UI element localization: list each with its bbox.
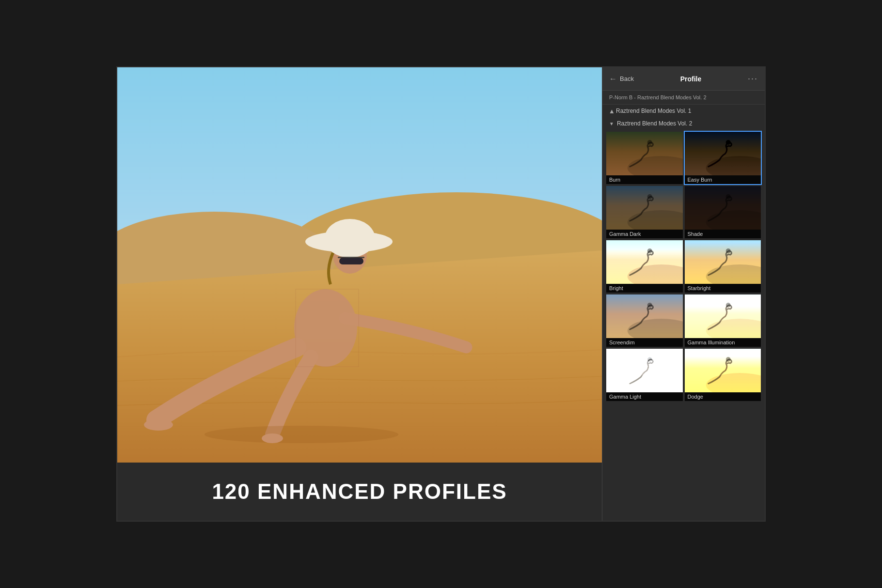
thumb-img-burn: [606, 132, 683, 175]
group2-label: Raztrend Blend Modes Vol. 2: [617, 120, 692, 127]
thumb-label-easy-burn: Easy Burn: [685, 175, 761, 184]
thumb-img-starbright: [685, 240, 761, 284]
thumb-label-starbright: Starbright: [685, 284, 761, 293]
thumb-card-screendim[interactable]: Screendim: [606, 294, 683, 347]
thumb-img-easy-burn: [685, 132, 761, 175]
more-options-button[interactable]: ···: [748, 74, 758, 84]
breadcrumb: P-Norm B - Raztrend Blend Modes Vol. 2: [602, 91, 765, 105]
group2-header[interactable]: ▼ Raztrend Blend Modes Vol. 2: [602, 117, 765, 130]
svg-point-27: [647, 303, 652, 308]
thumb-card-easy-burn[interactable]: Easy Burn: [685, 132, 761, 184]
svg-point-4: [294, 289, 357, 367]
thumb-label-bright: Bright: [606, 284, 683, 293]
back-arrow-icon: ←: [609, 75, 617, 83]
thumb-label-shade: Shade: [685, 230, 761, 238]
thumb-img-screendim: [606, 294, 683, 338]
thumb-label-gamma-light: Gamma Light: [606, 392, 683, 401]
svg-point-23: [647, 248, 652, 253]
thumb-label-gamma-illumination: Gamma Illumination: [685, 338, 761, 347]
group1-label: Raztrend Blend Modes Vol. 1: [616, 108, 691, 114]
svg-point-11: [205, 426, 398, 443]
svg-rect-8: [339, 258, 363, 264]
thumb-img-gamma-illumination: [685, 294, 761, 338]
right-panel: ← Back Profile ··· P-Norm B - Raztrend B…: [602, 67, 765, 521]
group2-arrow-icon: ▼: [609, 121, 614, 126]
thumb-card-gamma-dark[interactable]: Gamma Dark: [606, 186, 683, 238]
thumbnail-grid: BurnEasy BurnGamma DarkShadeBrightStarbr…: [606, 132, 761, 401]
group1-header[interactable]: ▶ Raztrend Blend Modes Vol. 1: [602, 105, 765, 117]
svg-point-33: [725, 357, 730, 362]
left-panel: 120 ENHANCED PROFILES: [117, 67, 602, 521]
svg-point-25: [725, 248, 730, 253]
thumb-label-screendim: Screendim: [606, 338, 683, 347]
caption-bar: 120 ENHANCED PROFILES: [117, 463, 602, 521]
svg-point-20: [706, 210, 761, 230]
svg-point-14: [628, 156, 683, 175]
thumb-card-starbright[interactable]: Starbright: [685, 240, 761, 293]
thumb-card-burn[interactable]: Burn: [606, 132, 683, 184]
main-preview-image: [117, 67, 602, 463]
thumb-img-bright: [606, 240, 683, 284]
svg-point-32: [706, 373, 761, 392]
svg-point-31: [647, 357, 652, 362]
svg-point-18: [628, 210, 683, 230]
thumb-card-bright[interactable]: Bright: [606, 240, 683, 293]
svg-point-7: [325, 219, 375, 258]
thumb-label-dodge: Dodge: [685, 392, 761, 401]
group1-arrow-icon: ▶: [609, 109, 614, 113]
sidebar-header: ← Back Profile ···: [602, 67, 765, 91]
svg-point-24: [706, 264, 761, 284]
back-button[interactable]: ← Back: [609, 75, 634, 83]
thumb-img-gamma-light: [606, 349, 683, 392]
thumb-img-dodge: [685, 349, 761, 392]
svg-point-21: [725, 194, 730, 199]
thumb-card-dodge[interactable]: Dodge: [685, 349, 761, 401]
caption-text: 120 ENHANCED PROFILES: [212, 480, 507, 504]
svg-point-19: [647, 194, 652, 199]
thumb-img-shade: [685, 186, 761, 230]
thumb-card-shade[interactable]: Shade: [685, 186, 761, 238]
svg-point-12: [144, 419, 173, 431]
thumb-label-burn: Burn: [606, 175, 683, 184]
svg-point-16: [706, 156, 761, 175]
svg-point-26: [628, 319, 683, 338]
svg-point-15: [647, 140, 652, 145]
svg-rect-9: [338, 257, 364, 258]
profile-title: Profile: [680, 75, 702, 83]
thumbnail-grid-container: BurnEasy BurnGamma DarkShadeBrightStarbr…: [602, 130, 765, 521]
svg-point-13: [262, 433, 283, 443]
svg-point-29: [725, 303, 730, 308]
svg-point-28: [706, 319, 761, 338]
thumb-card-gamma-light[interactable]: Gamma Light: [606, 349, 683, 401]
thumb-img-gamma-dark: [606, 186, 683, 230]
svg-point-22: [628, 264, 683, 284]
app-frame: 120 ENHANCED PROFILES ← Back Profile ···…: [116, 66, 766, 522]
back-label: Back: [620, 75, 634, 82]
thumb-label-gamma-dark: Gamma Dark: [606, 230, 683, 238]
svg-point-17: [725, 140, 730, 145]
thumb-card-gamma-illumination[interactable]: Gamma Illumination: [685, 294, 761, 347]
svg-point-30: [628, 373, 683, 392]
